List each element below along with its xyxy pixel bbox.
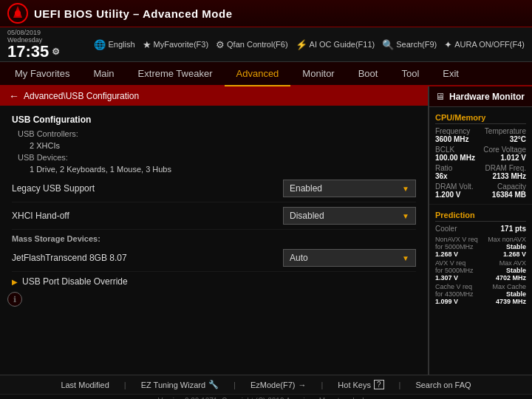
legacy-usb-dropdown-arrow-icon: ▼ <box>402 185 409 193</box>
prediction-section: Prediction Cooler 171 pts NonAVX V req f… <box>429 205 532 310</box>
datetime: 05/08/2019 Wednesday 17:35 ⚙ <box>7 29 60 60</box>
hw-monitor-title: Hardware Monitor <box>449 92 525 102</box>
legacy-usb-row: Legacy USB Support Enabled ▼ <box>12 175 416 202</box>
nonavx-req-value: 1.268 V <box>435 250 478 258</box>
status-tools: 🌐 English ★ MyFavorite(F3) ⚙ Qfan Contro… <box>94 39 525 50</box>
max-cache-value: Stable <box>492 290 526 298</box>
prediction-title: Prediction <box>435 208 526 222</box>
monitor-display-icon: 🖥 <box>435 91 445 102</box>
frequency-value: 3600 MHz <box>435 135 470 143</box>
max-avx-freq: 4702 MHz <box>496 274 526 282</box>
dram-volt-row: DRAM Volt. 1.200 V Capacity 16384 MB <box>435 183 526 199</box>
time-display: 17:35 ⚙ <box>7 44 60 60</box>
sep4: | <box>399 381 401 389</box>
rog-logo <box>7 3 28 24</box>
version-bar: Version 2.20.1271. Copyright (C) 2019 Am… <box>0 394 532 399</box>
max-nonavx-value: Stable <box>488 243 526 250</box>
core-voltage-label: Core Voltage <box>483 146 526 154</box>
back-arrow-icon[interactable]: ← <box>9 90 19 102</box>
ez-tuning-button[interactable]: EZ Tuning Wizard 🔧 <box>141 380 219 389</box>
fan-icon: ⚙ <box>216 39 225 50</box>
avx-req-row: AVX V req for 5000MHz 1.307 V Max AVX St… <box>435 259 526 282</box>
xhci-dropdown-arrow-icon: ▼ <box>402 212 409 220</box>
temperature-value: 32°C <box>485 135 526 143</box>
max-avx-label: Max AVX <box>496 259 526 267</box>
status-bar: 05/08/2019 Wednesday 17:35 ⚙ 🌐 English ★… <box>0 27 532 62</box>
last-modified-button[interactable]: Last Modified <box>61 381 109 389</box>
nav-item-exit[interactable]: Exit <box>431 62 471 86</box>
nav-item-favorites[interactable]: My Favorites <box>3 62 81 86</box>
nonavx-req-sub: for 5000MHz <box>435 243 478 250</box>
qfan-tool[interactable]: ⚙ Qfan Control(F6) <box>216 39 288 50</box>
cooler-value: 171 pts <box>501 225 526 233</box>
bclk-row: BCLK 100.00 MHz Core Voltage 1.012 V <box>435 146 526 162</box>
max-avx-value: Stable <box>496 267 526 274</box>
ratio-value: 36x <box>435 172 452 180</box>
myfavorites-tool[interactable]: ★ MyFavorite(F3) <box>143 39 209 50</box>
cache-req-row: Cache V req for 4300MHz 1.099 V Max Cach… <box>435 283 526 305</box>
language-icon: 🌐 <box>94 39 106 50</box>
star-icon: ★ <box>143 39 151 50</box>
bclk-label: BCLK <box>435 146 475 154</box>
cache-req-sub: for 4300MHz <box>435 290 474 298</box>
title-bar: UEFI BIOS Utility – Advanced Mode <box>0 0 532 27</box>
search-faq-button[interactable]: Search on FAQ <box>415 381 471 389</box>
nav-item-tool[interactable]: Tool <box>389 62 431 86</box>
cpu-memory-section: CPU/Memory Frequency 3600 MHz Temperatur… <box>429 107 532 205</box>
aioc-tool[interactable]: ⚡ AI OC Guide(F11) <box>296 39 375 50</box>
aura-icon: ✦ <box>444 39 452 50</box>
ratio-row: Ratio 36x DRAM Freq. 2133 MHz <box>435 164 526 180</box>
nav-item-advanced[interactable]: Advanced <box>225 62 291 86</box>
frequency-label: Frequency <box>435 127 470 135</box>
svg-point-2 <box>15 10 21 16</box>
aura-tool[interactable]: ✦ AURA ON/OFF(F4) <box>444 39 525 50</box>
usb-config-section: USB Configuration USB Controllers: 2 XHC… <box>0 106 428 297</box>
xhci-value: Disabled <box>290 211 324 221</box>
nav-bar: My Favorites Main Extreme Tweaker Advanc… <box>0 62 532 86</box>
breadcrumb[interactable]: ← Advanced\USB Configuration <box>0 86 428 106</box>
core-voltage-value: 1.012 V <box>483 154 526 162</box>
jetflash-select[interactable]: Auto ▼ <box>283 249 416 267</box>
legacy-usb-select[interactable]: Enabled ▼ <box>283 180 416 197</box>
info-button[interactable]: ℹ <box>7 292 22 307</box>
date-line1: 05/08/2019 <box>7 29 41 36</box>
mass-storage-title: Mass Storage Devices: <box>12 230 416 245</box>
nav-item-main[interactable]: Main <box>81 62 126 86</box>
avx-req-label: AVX V req <box>435 259 474 267</box>
nav-item-boot[interactable]: Boot <box>347 62 390 86</box>
xhci-select[interactable]: Disabled ▼ <box>283 207 416 225</box>
nonavx-freq-value: 1.268 V <box>488 250 526 258</box>
hotkeys-button[interactable]: Hot Keys ? <box>338 380 383 389</box>
dram-freq-label: DRAM Freq. <box>485 164 526 172</box>
main-area: ← Advanced\USB Configuration USB Configu… <box>0 86 532 375</box>
nav-item-extremetweaker[interactable]: Extreme Tweaker <box>126 62 225 86</box>
usb-controllers-label: USB Controllers: <box>12 128 416 140</box>
dram-volt-value: 1.200 V <box>435 191 474 199</box>
bclk-value: 100.00 MHz <box>435 154 475 162</box>
temperature-label: Temperature <box>485 127 526 135</box>
max-cache-freq: 4739 MHz <box>492 298 526 305</box>
search-tool[interactable]: 🔍 Search(F9) <box>382 39 437 50</box>
language-tool[interactable]: 🌐 English <box>94 39 134 50</box>
hotkeys-label: Hot Keys <box>338 381 371 389</box>
usb-controllers-value: 2 XHCIs <box>12 140 416 151</box>
cooler-row: Cooler 171 pts <box>435 225 526 233</box>
breadcrumb-text: Advanced\USB Configuration <box>24 91 139 101</box>
xhci-row: XHCI Hand-off Disabled ▼ <box>12 202 416 230</box>
nonavx-req-row: NonAVX V req for 5000MHz 1.268 V Max non… <box>435 236 526 258</box>
dram-volt-label: DRAM Volt. <box>435 183 474 191</box>
usb-devices-value: 1 Drive, 2 Keyboards, 1 Mouse, 3 Hubs <box>12 163 416 175</box>
title-text: UEFI BIOS Utility – Advanced Mode <box>34 7 232 20</box>
ez-tuning-label: EZ Tuning Wizard <box>141 381 205 389</box>
jetflash-label: JetFlashTranscend 8GB 8.07 <box>12 253 283 263</box>
cpu-memory-title: CPU/Memory <box>435 110 526 124</box>
hardware-monitor-panel: 🖥 Hardware Monitor CPU/Memory Frequency … <box>429 86 532 375</box>
nav-item-monitor[interactable]: Monitor <box>290 62 346 86</box>
capacity-label: Capacity <box>492 183 526 191</box>
settings-gear-icon[interactable]: ⚙ <box>52 47 60 56</box>
usb-port-override-item[interactable]: ▶ USB Port Disable Override <box>12 272 416 291</box>
ezmode-button[interactable]: EzMode(F7) → <box>250 381 307 389</box>
prediction-rows: NonAVX V req for 5000MHz 1.268 V Max non… <box>435 236 526 305</box>
sep3: | <box>321 381 323 389</box>
bottom-bar: Last Modified | EZ Tuning Wizard 🔧 | EzM… <box>0 375 532 394</box>
